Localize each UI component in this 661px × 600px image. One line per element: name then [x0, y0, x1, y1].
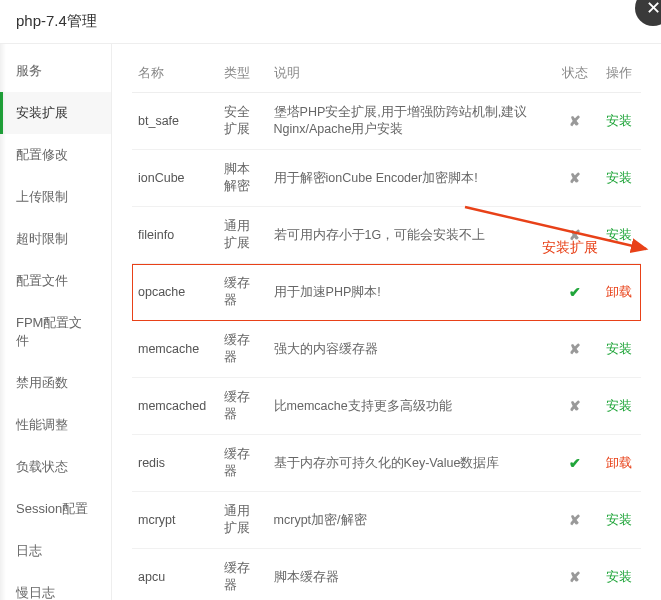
sidebar-item-11[interactable]: 日志	[0, 530, 111, 572]
ext-type: 通用扩展	[218, 492, 268, 549]
table-row: memcached缓存器比memcache支持更多高级功能✘安装	[132, 378, 641, 435]
ext-desc: 强大的内容缓存器	[268, 321, 553, 378]
ext-op: 安装	[597, 93, 641, 150]
sidebar-item-2[interactable]: 配置修改	[0, 134, 111, 176]
ext-name: apcu	[132, 549, 218, 601]
x-icon: ✘	[553, 93, 597, 150]
install-link[interactable]: 安装	[606, 570, 632, 584]
ext-name: mcrypt	[132, 492, 218, 549]
modal-title: php-7.4管理	[16, 12, 97, 29]
ext-type: 缓存器	[218, 321, 268, 378]
ext-desc: 用于加速PHP脚本!	[268, 264, 553, 321]
install-link[interactable]: 安装	[606, 513, 632, 527]
x-icon: ✘	[553, 321, 597, 378]
ext-op: 卸载	[597, 264, 641, 321]
table-row: redis缓存器基于内存亦可持久化的Key-Value数据库✔卸载	[132, 435, 641, 492]
x-icon: ✘	[553, 492, 597, 549]
ext-name: memcached	[132, 378, 218, 435]
ext-desc: mcrypt加密/解密	[268, 492, 553, 549]
sidebar-item-9[interactable]: 负载状态	[0, 446, 111, 488]
col-status: 状态	[553, 54, 597, 93]
ext-type: 缓存器	[218, 264, 268, 321]
ext-type: 缓存器	[218, 435, 268, 492]
install-link[interactable]: 安装	[606, 228, 632, 242]
install-link[interactable]: 安装	[606, 114, 632, 128]
ext-name: bt_safe	[132, 93, 218, 150]
ext-op: 安装	[597, 150, 641, 207]
sidebar-item-10[interactable]: Session配置	[0, 488, 111, 530]
col-op: 操作	[597, 54, 641, 93]
ext-desc: 基于内存亦可持久化的Key-Value数据库	[268, 435, 553, 492]
ext-name: opcache	[132, 264, 218, 321]
ext-desc: 脚本缓存器	[268, 549, 553, 601]
ext-desc: 用于解密ionCube Encoder加密脚本!	[268, 150, 553, 207]
ext-name: fileinfo	[132, 207, 218, 264]
ext-desc: 比memcache支持更多高级功能	[268, 378, 553, 435]
sidebar-item-0[interactable]: 服务	[0, 50, 111, 92]
modal-body: 服务安装扩展配置修改上传限制超时限制配置文件FPM配置文件禁用函数性能调整负载状…	[0, 44, 661, 600]
sidebar-item-8[interactable]: 性能调整	[0, 404, 111, 446]
ext-type: 缓存器	[218, 378, 268, 435]
col-type: 类型	[218, 54, 268, 93]
table-row: memcache缓存器强大的内容缓存器✘安装	[132, 321, 641, 378]
sidebar-item-5[interactable]: 配置文件	[0, 260, 111, 302]
ext-op: 安装	[597, 378, 641, 435]
check-icon: ✔	[553, 264, 597, 321]
x-icon: ✘	[553, 207, 597, 264]
install-link[interactable]: 安装	[606, 399, 632, 413]
ext-op: 安装	[597, 207, 641, 264]
sidebar-item-1[interactable]: 安装扩展	[0, 92, 111, 134]
uninstall-link[interactable]: 卸载	[606, 456, 632, 470]
ext-type: 安全扩展	[218, 93, 268, 150]
ext-op: 安装	[597, 549, 641, 601]
sidebar-item-7[interactable]: 禁用函数	[0, 362, 111, 404]
table-row: ionCube脚本解密用于解密ionCube Encoder加密脚本!✘安装	[132, 150, 641, 207]
ext-op: 卸载	[597, 435, 641, 492]
table-row: apcu缓存器脚本缓存器✘安装	[132, 549, 641, 601]
uninstall-link[interactable]: 卸载	[606, 285, 632, 299]
ext-name: ionCube	[132, 150, 218, 207]
x-icon: ✘	[553, 150, 597, 207]
table-row: mcrypt通用扩展mcrypt加密/解密✘安装	[132, 492, 641, 549]
ext-op: 安装	[597, 321, 641, 378]
install-link[interactable]: 安装	[606, 171, 632, 185]
close-icon[interactable]: ✕	[635, 0, 661, 26]
ext-type: 脚本解密	[218, 150, 268, 207]
x-icon: ✘	[553, 549, 597, 601]
col-desc: 说明	[268, 54, 553, 93]
table-row: fileinfo通用扩展若可用内存小于1G，可能会安装不上✘安装	[132, 207, 641, 264]
ext-type: 缓存器	[218, 549, 268, 601]
table-row: opcache缓存器用于加速PHP脚本!✔卸载	[132, 264, 641, 321]
ext-desc: 若可用内存小于1G，可能会安装不上	[268, 207, 553, 264]
ext-type: 通用扩展	[218, 207, 268, 264]
extensions-table: 名称 类型 说明 状态 操作 bt_safe安全扩展堡塔PHP安全扩展,用于增强…	[132, 54, 641, 600]
content-pane: 名称 类型 说明 状态 操作 bt_safe安全扩展堡塔PHP安全扩展,用于增强…	[112, 44, 661, 600]
sidebar-item-4[interactable]: 超时限制	[0, 218, 111, 260]
table-row: bt_safe安全扩展堡塔PHP安全扩展,用于增强防跨站机制,建议Nginx/A…	[132, 93, 641, 150]
install-link[interactable]: 安装	[606, 342, 632, 356]
ext-desc: 堡塔PHP安全扩展,用于增强防跨站机制,建议Nginx/Apache用户安装	[268, 93, 553, 150]
ext-op: 安装	[597, 492, 641, 549]
ext-name: redis	[132, 435, 218, 492]
col-name: 名称	[132, 54, 218, 93]
sidebar-item-3[interactable]: 上传限制	[0, 176, 111, 218]
modal-header: php-7.4管理 ✕	[0, 0, 661, 44]
x-icon: ✘	[553, 378, 597, 435]
sidebar-item-12[interactable]: 慢日志	[0, 572, 111, 600]
ext-name: memcache	[132, 321, 218, 378]
check-icon: ✔	[553, 435, 597, 492]
sidebar-item-6[interactable]: FPM配置文件	[0, 302, 111, 362]
php-manage-modal: php-7.4管理 ✕ 服务安装扩展配置修改上传限制超时限制配置文件FPM配置文…	[0, 0, 661, 600]
sidebar: 服务安装扩展配置修改上传限制超时限制配置文件FPM配置文件禁用函数性能调整负载状…	[0, 44, 112, 600]
